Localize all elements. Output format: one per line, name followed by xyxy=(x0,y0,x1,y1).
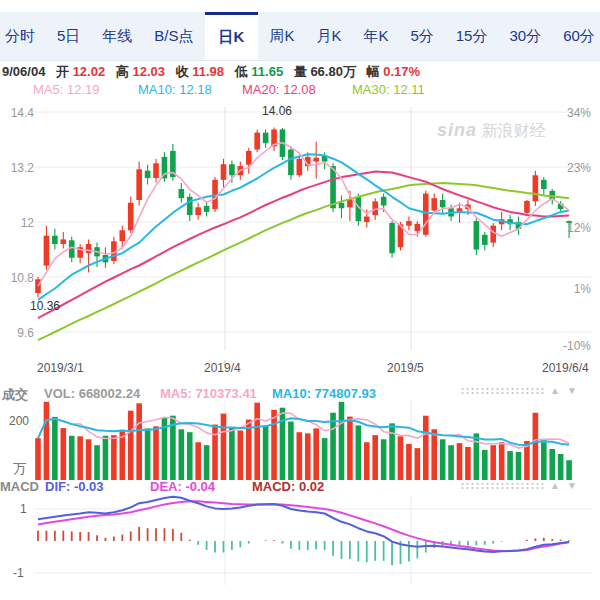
date-tick-1: 2019/4 xyxy=(204,361,241,375)
readout-date: 9/06/04 xyxy=(2,64,45,79)
amplitude-value: 0.17% xyxy=(383,64,420,79)
price-tick-3: 10.8 xyxy=(0,271,34,285)
watermark-text: 新浪财经 xyxy=(477,122,545,139)
amplitude-label: 幅 xyxy=(367,64,380,79)
price-tick-2: 12 xyxy=(0,216,34,230)
close-value: 11.98 xyxy=(192,64,224,79)
vol-ma5-value: MA5: 710373.41 xyxy=(160,386,257,401)
macd-neg-tick: -1 xyxy=(13,566,24,580)
low-value: 11.65 xyxy=(251,64,283,79)
tab-15min[interactable]: 15分 xyxy=(445,12,499,60)
high-value: 12.03 xyxy=(132,64,165,79)
chart-canvas[interactable] xyxy=(0,100,600,600)
dif-value: DIF: -0.03 xyxy=(45,479,104,494)
macd-pane-label: MACD xyxy=(0,479,39,494)
stock-chart-app: { "tabbar": { "tabs": [ {"label":"分时","a… xyxy=(0,0,600,600)
tab-daily-k[interactable]: 日K xyxy=(205,12,259,60)
ma5-value: MA5: 12.19 xyxy=(33,82,100,97)
tab-yearly-k[interactable]: 年K xyxy=(352,12,399,60)
volume-scroll-grip[interactable] xyxy=(460,387,546,396)
tab-5min[interactable]: 5分 xyxy=(399,12,444,60)
ma20-value: MA20: 12.08 xyxy=(242,82,316,97)
pct-tick-0: 34% xyxy=(551,106,591,120)
tab-fenshi[interactable]: 分时 xyxy=(0,12,46,60)
vol-ma10-value: MA10: 774807.93 xyxy=(272,386,376,401)
tab-60min[interactable]: 60分 xyxy=(552,12,600,60)
macd-value: MACD: 0.02 xyxy=(252,479,324,494)
tab-30min[interactable]: 30分 xyxy=(498,12,552,60)
volume-label: 量 xyxy=(294,64,307,79)
sina-watermark: sina 新浪财经 xyxy=(437,120,545,142)
open-value: 12.02 xyxy=(73,64,106,79)
price-tick-1: 13.2 xyxy=(0,161,34,175)
high-price-annotation: 14.06 xyxy=(262,104,292,118)
close-label: 收 xyxy=(176,64,189,79)
macd-scroll-down-arrow[interactable]: ▼ xyxy=(567,481,577,491)
pct-tick-1: 23% xyxy=(551,161,591,175)
macd-scroll-grip[interactable] xyxy=(460,482,546,491)
tab-bs-points[interactable]: B/S点 xyxy=(143,12,204,60)
price-tick-0: 14.4 xyxy=(0,106,34,120)
pct-tick-3: 1% xyxy=(551,282,591,296)
date-tick-2: 2019/5 xyxy=(387,361,424,375)
pct-tick-2: 12% xyxy=(551,221,591,235)
vol-value: VOL: 668002.24 xyxy=(44,386,140,401)
volume-unit-label: 万 xyxy=(13,460,26,478)
chart-period-tabbar: 分时 5日 年线 B/S点 日K 周K 月K 年K 5分 15分 30分 60分… xyxy=(0,12,600,61)
ma30-value: MA30: 12.11 xyxy=(352,82,425,97)
dea-value: DEA: -0.04 xyxy=(150,479,215,494)
ma10-value: MA10: 12.18 xyxy=(138,82,212,97)
tab-5day[interactable]: 5日 xyxy=(46,12,91,60)
ma-values-row: MA5: 12.19 MA10: 12.18 MA20: 12.08 MA30:… xyxy=(0,82,600,98)
volume-value: 66.80万 xyxy=(310,64,356,79)
date-tick-3: 2019/6/4 xyxy=(542,361,589,375)
low-label: 低 xyxy=(235,64,248,79)
high-label: 高 xyxy=(116,64,129,79)
price-tick-4: 9.6 xyxy=(0,326,34,340)
tab-weekly-k[interactable]: 周K xyxy=(258,12,305,60)
date-tick-0: 2019/3/1 xyxy=(37,361,84,375)
macd-pos-tick: 1 xyxy=(20,502,27,516)
tab-monthly-k[interactable]: 月K xyxy=(305,12,352,60)
open-label: 开 xyxy=(56,64,69,79)
volume-scale-label: 200 xyxy=(9,414,29,428)
low-price-annotation: 10.36 xyxy=(30,299,60,313)
tab-yearline[interactable]: 年线 xyxy=(91,12,143,60)
volume-scroll-up-arrow[interactable]: ▲ xyxy=(550,386,560,396)
pct-tick-4: -10% xyxy=(551,339,591,353)
tab-list: 分时 5日 年线 B/S点 日K 周K 月K 年K 5分 15分 30分 60分 xyxy=(0,12,600,60)
ohlc-readout: 9/06/04 开 12.02 高 12.03 收 11.98 低 11.65 … xyxy=(2,63,598,81)
macd-scroll-up-arrow[interactable]: ▲ xyxy=(550,481,560,491)
volume-scroll-down-arrow[interactable]: ▼ xyxy=(567,386,577,396)
sina-logo: sina xyxy=(437,120,477,140)
volume-pane-label: 成交 xyxy=(2,386,28,404)
